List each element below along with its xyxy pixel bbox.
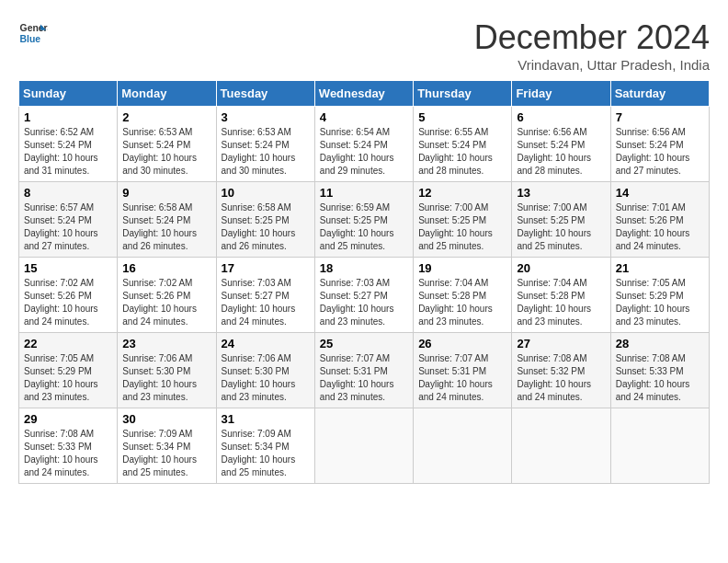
table-row: 23 Sunrise: 7:06 AMSunset: 5:30 PMDaylig… [118,333,216,408]
day-info: Sunrise: 6:52 AMSunset: 5:24 PMDaylight:… [24,127,98,176]
location-title: Vrindavan, Uttar Pradesh, India [474,57,710,73]
col-sunday: Sunday [19,81,118,107]
table-row: 4 Sunrise: 6:54 AMSunset: 5:24 PMDayligh… [314,107,413,182]
day-info: Sunrise: 7:07 AMSunset: 5:31 PMDaylight:… [418,353,493,402]
calendar-row: 29 Sunrise: 7:08 AMSunset: 5:33 PMDaylig… [19,408,710,484]
day-number: 3 [222,110,310,124]
table-row [314,408,413,484]
day-info: Sunrise: 6:55 AMSunset: 5:24 PMDaylight:… [418,127,493,176]
day-info: Sunrise: 7:03 AMSunset: 5:27 PMDaylight:… [320,278,394,327]
header-row: Sunday Monday Tuesday Wednesday Thursday… [19,81,710,107]
table-row: 11 Sunrise: 6:59 AMSunset: 5:25 PMDaylig… [314,182,413,258]
day-info: Sunrise: 6:53 AMSunset: 5:24 PMDaylight:… [122,127,197,176]
table-row: 29 Sunrise: 7:08 AMSunset: 5:33 PMDaylig… [19,408,118,484]
table-row: 14 Sunrise: 7:01 AMSunset: 5:26 PMDaylig… [610,182,709,258]
day-info: Sunrise: 7:04 AMSunset: 5:28 PMDaylight:… [517,278,591,327]
day-info: Sunrise: 7:08 AMSunset: 5:32 PMDaylight:… [517,353,591,402]
day-number: 24 [222,337,310,350]
table-row [512,408,610,484]
day-number: 10 [222,186,310,200]
day-info: Sunrise: 6:59 AMSunset: 5:25 PMDaylight:… [320,202,394,251]
day-info: Sunrise: 7:02 AMSunset: 5:26 PMDaylight:… [24,278,98,327]
table-row: 1 Sunrise: 6:52 AMSunset: 5:24 PMDayligh… [19,107,118,182]
day-number: 7 [616,110,704,124]
day-info: Sunrise: 7:02 AMSunset: 5:26 PMDaylight:… [122,278,197,327]
table-row: 19 Sunrise: 7:04 AMSunset: 5:28 PMDaylig… [414,258,512,333]
col-wednesday: Wednesday [314,81,413,107]
table-row [610,408,709,484]
table-row: 28 Sunrise: 7:08 AMSunset: 5:33 PMDaylig… [610,333,709,408]
day-number: 13 [517,186,605,200]
day-info: Sunrise: 7:05 AMSunset: 5:29 PMDaylight:… [24,353,98,402]
day-info: Sunrise: 7:08 AMSunset: 5:33 PMDaylight:… [24,429,98,477]
day-info: Sunrise: 6:56 AMSunset: 5:24 PMDaylight:… [517,127,591,176]
col-thursday: Thursday [414,81,512,107]
day-number: 4 [320,110,408,124]
day-info: Sunrise: 7:05 AMSunset: 5:29 PMDaylight:… [616,278,690,327]
col-tuesday: Tuesday [216,81,314,107]
table-row: 3 Sunrise: 6:53 AMSunset: 5:24 PMDayligh… [216,107,314,182]
day-info: Sunrise: 6:54 AMSunset: 5:24 PMDaylight:… [320,127,394,176]
calendar-row: 22 Sunrise: 7:05 AMSunset: 5:29 PMDaylig… [19,333,710,408]
day-number: 28 [616,337,704,350]
day-number: 5 [418,110,506,124]
title-area: December 2024 Vrindavan, Uttar Pradesh, … [474,18,710,73]
day-number: 31 [222,412,310,426]
day-number: 17 [222,261,310,275]
logo-icon: General Blue [18,18,48,48]
day-info: Sunrise: 6:58 AMSunset: 5:25 PMDaylight:… [222,202,296,251]
table-row: 30 Sunrise: 7:09 AMSunset: 5:34 PMDaylig… [118,408,216,484]
col-friday: Friday [512,81,610,107]
day-info: Sunrise: 7:04 AMSunset: 5:28 PMDaylight:… [418,278,493,327]
day-number: 15 [24,261,112,275]
month-title: December 2024 [474,18,710,57]
day-number: 27 [517,337,605,350]
day-number: 9 [122,186,210,200]
day-number: 23 [122,337,210,350]
table-row: 6 Sunrise: 6:56 AMSunset: 5:24 PMDayligh… [512,107,610,182]
day-info: Sunrise: 7:09 AMSunset: 5:34 PMDaylight:… [222,429,296,477]
table-row: 9 Sunrise: 6:58 AMSunset: 5:24 PMDayligh… [118,182,216,258]
table-row: 13 Sunrise: 7:00 AMSunset: 5:25 PMDaylig… [512,182,610,258]
day-info: Sunrise: 7:09 AMSunset: 5:34 PMDaylight:… [122,429,197,477]
table-row: 15 Sunrise: 7:02 AMSunset: 5:26 PMDaylig… [19,258,118,333]
table-row: 26 Sunrise: 7:07 AMSunset: 5:31 PMDaylig… [414,333,512,408]
day-number: 22 [24,337,112,350]
calendar-row: 15 Sunrise: 7:02 AMSunset: 5:26 PMDaylig… [19,258,710,333]
table-row: 8 Sunrise: 6:57 AMSunset: 5:24 PMDayligh… [19,182,118,258]
day-info: Sunrise: 6:58 AMSunset: 5:24 PMDaylight:… [122,202,197,251]
table-row: 21 Sunrise: 7:05 AMSunset: 5:29 PMDaylig… [610,258,709,333]
day-info: Sunrise: 7:06 AMSunset: 5:30 PMDaylight:… [122,353,197,402]
table-row: 10 Sunrise: 6:58 AMSunset: 5:25 PMDaylig… [216,182,314,258]
table-row: 16 Sunrise: 7:02 AMSunset: 5:26 PMDaylig… [118,258,216,333]
day-number: 8 [24,186,112,200]
table-row: 31 Sunrise: 7:09 AMSunset: 5:34 PMDaylig… [216,408,314,484]
day-info: Sunrise: 6:57 AMSunset: 5:24 PMDaylight:… [24,202,98,251]
table-row: 12 Sunrise: 7:00 AMSunset: 5:25 PMDaylig… [414,182,512,258]
table-row: 20 Sunrise: 7:04 AMSunset: 5:28 PMDaylig… [512,258,610,333]
day-info: Sunrise: 7:00 AMSunset: 5:25 PMDaylight:… [517,202,591,251]
day-number: 21 [616,261,704,275]
day-number: 2 [122,110,210,124]
table-row: 18 Sunrise: 7:03 AMSunset: 5:27 PMDaylig… [314,258,413,333]
day-info: Sunrise: 6:53 AMSunset: 5:24 PMDaylight:… [222,127,296,176]
table-row: 17 Sunrise: 7:03 AMSunset: 5:27 PMDaylig… [216,258,314,333]
day-info: Sunrise: 7:07 AMSunset: 5:31 PMDaylight:… [320,353,394,402]
day-number: 20 [517,261,605,275]
calendar-row: 1 Sunrise: 6:52 AMSunset: 5:24 PMDayligh… [19,107,710,182]
day-number: 16 [122,261,210,275]
day-number: 18 [320,261,408,275]
day-number: 30 [122,412,210,426]
table-row [414,408,512,484]
table-row: 7 Sunrise: 6:56 AMSunset: 5:24 PMDayligh… [610,107,709,182]
day-info: Sunrise: 7:08 AMSunset: 5:33 PMDaylight:… [616,353,690,402]
day-info: Sunrise: 7:00 AMSunset: 5:25 PMDaylight:… [418,202,493,251]
day-number: 1 [24,110,112,124]
table-row: 2 Sunrise: 6:53 AMSunset: 5:24 PMDayligh… [118,107,216,182]
logo: General Blue [18,18,48,48]
table-row: 24 Sunrise: 7:06 AMSunset: 5:30 PMDaylig… [216,333,314,408]
day-number: 25 [320,337,408,350]
day-info: Sunrise: 6:56 AMSunset: 5:24 PMDaylight:… [616,127,690,176]
col-saturday: Saturday [610,81,709,107]
day-info: Sunrise: 7:03 AMSunset: 5:27 PMDaylight:… [222,278,296,327]
